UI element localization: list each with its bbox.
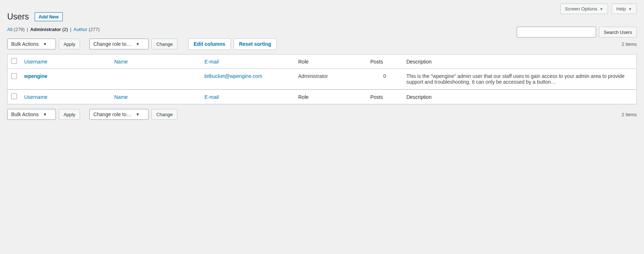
chevron-down-icon: ▼	[136, 112, 140, 117]
chevron-down-icon: ▼	[43, 112, 47, 117]
col-description: Description	[403, 54, 636, 69]
chevron-down-icon: ▼	[136, 42, 140, 46]
edit-columns-button[interactable]: Edit columns	[188, 38, 231, 50]
role-filter-links: All (279) | Administrator (2) | Author (…	[7, 27, 100, 32]
chevron-down-icon: ▼	[628, 7, 632, 11]
col-username-foot[interactable]: Username	[24, 94, 48, 100]
row-checkbox[interactable]	[11, 73, 17, 79]
change-role-label-bottom: Change role to…	[93, 111, 132, 117]
items-count-top: 2 items	[622, 41, 637, 47]
col-email[interactable]: E-mail	[204, 59, 219, 65]
col-posts-foot: Posts	[367, 89, 403, 104]
select-all-top[interactable]	[11, 58, 17, 64]
chevron-down-icon: ▼	[43, 42, 47, 46]
bulk-actions-select-bottom[interactable]: Bulk Actions ▼	[7, 109, 56, 120]
bulk-actions-label: Bulk Actions	[11, 41, 39, 47]
row-email-link[interactable]: bitbucket@wpengine.com	[204, 73, 263, 79]
chevron-down-icon: ▼	[599, 7, 603, 11]
change-role-select[interactable]: Change role to… ▼	[89, 39, 149, 49]
separator: |	[27, 27, 28, 32]
reset-sorting-button[interactable]: Reset sorting	[234, 38, 277, 50]
change-role-button-bottom[interactable]: Change	[151, 109, 177, 120]
row-description: This is the "wpengine" admin user that o…	[403, 69, 636, 89]
table-row: wpengine bitbucket@wpengine.com Administ…	[8, 69, 636, 89]
row-name	[111, 69, 201, 89]
filter-author-link[interactable]: Author	[74, 27, 87, 32]
users-table: Username Name E-mail Role Posts Descript…	[7, 54, 637, 104]
page-title: Users	[7, 12, 30, 22]
separator: |	[70, 27, 71, 32]
col-username[interactable]: Username	[24, 59, 48, 65]
screen-options-button[interactable]: Screen Options ▼	[560, 4, 608, 14]
filter-admin-label: Administrator	[30, 27, 61, 32]
col-name-foot[interactable]: Name	[114, 94, 128, 100]
col-role: Role	[295, 54, 367, 69]
items-count-bottom: 2 items	[622, 112, 637, 117]
change-role-button[interactable]: Change	[151, 39, 177, 49]
row-posts: 0	[367, 69, 403, 89]
filter-all-link[interactable]: All	[7, 27, 12, 32]
bulk-actions-label-bottom: Bulk Actions	[11, 111, 39, 117]
apply-bulk-button-bottom[interactable]: Apply	[59, 109, 80, 120]
col-name[interactable]: Name	[114, 59, 128, 65]
filter-author[interactable]: Author (277)	[74, 27, 100, 32]
filter-admin-count: (2)	[62, 27, 68, 32]
bulk-actions-select[interactable]: Bulk Actions ▼	[7, 39, 56, 49]
filter-author-count: (277)	[89, 27, 100, 32]
col-role-foot: Role	[295, 89, 367, 104]
filter-administrator[interactable]: Administrator (2)	[30, 27, 68, 32]
col-email-foot[interactable]: E-mail	[204, 94, 219, 100]
help-label: Help	[616, 6, 626, 12]
help-button[interactable]: Help ▼	[612, 4, 637, 14]
change-role-label: Change role to…	[93, 41, 132, 47]
screen-options-label: Screen Options	[565, 6, 597, 12]
col-description-foot: Description	[403, 89, 636, 104]
search-users-button[interactable]: Search Users	[599, 27, 637, 38]
filter-all[interactable]: All (279)	[7, 27, 25, 32]
col-posts: Posts	[367, 54, 403, 69]
filter-all-count: (279)	[14, 27, 25, 32]
apply-bulk-button[interactable]: Apply	[59, 39, 80, 49]
row-username-link[interactable]: wpengine	[24, 73, 48, 79]
change-role-select-bottom[interactable]: Change role to… ▼	[89, 109, 149, 120]
search-input[interactable]	[517, 27, 596, 38]
select-all-bottom[interactable]	[11, 93, 17, 99]
add-new-button[interactable]: Add New	[35, 12, 63, 21]
row-role: Administrator	[295, 69, 367, 89]
